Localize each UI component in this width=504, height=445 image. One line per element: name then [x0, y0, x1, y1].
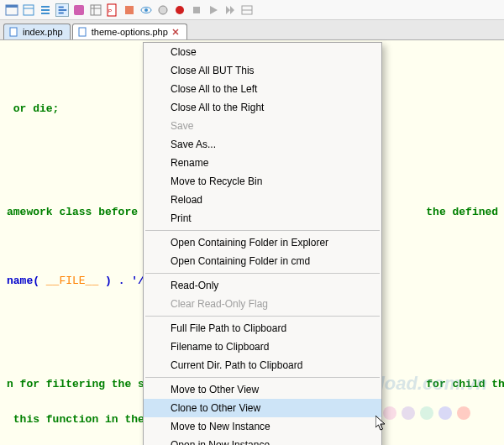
code-text: for child themes to ove: [419, 378, 504, 390]
svg-point-19: [159, 6, 167, 14]
menu-rename[interactable]: Rename: [144, 154, 381, 172]
menu-separator: [145, 377, 380, 378]
menu-close-all-but-this[interactable]: Close All BUT This: [144, 61, 381, 80]
menu-print[interactable]: Print: [144, 209, 381, 228]
menu-move-new-instance[interactable]: Move to New Instance: [144, 417, 381, 436]
toolbar-icon[interactable]: [22, 3, 35, 17]
tab-label: theme-options.php: [92, 27, 168, 37]
forward-icon[interactable]: [223, 3, 237, 17]
toolbar-icon[interactable]: [55, 3, 69, 17]
dot-icon: [438, 406, 452, 420]
tab-label: index.php: [23, 27, 63, 37]
file-icon: [78, 27, 88, 37]
tab-index[interactable]: index.php: [3, 24, 71, 39]
menu-close-all-right[interactable]: Close All to the Right: [144, 98, 381, 117]
context-menu: Close Close All BUT This Close All to th…: [143, 42, 382, 445]
code-text: this function in the: [7, 413, 151, 426]
dot-icon: [420, 406, 433, 420]
toolbar-icon[interactable]: [123, 3, 136, 17]
file-icon: [9, 27, 19, 37]
menu-close[interactable]: Close: [144, 43, 381, 61]
code-text: name(: [7, 275, 46, 287]
toolbar-icon[interactable]: [156, 3, 170, 17]
menu-clone-other-view[interactable]: Clone to Other View: [144, 399, 381, 417]
toolbar-icon[interactable]: [5, 3, 18, 17]
menu-open-new-instance[interactable]: Open in New Instance: [144, 436, 381, 445]
menu-open-folder-cmd[interactable]: Open Containing Folder in cmd: [144, 252, 381, 270]
svg-rect-10: [74, 5, 84, 15]
record-icon[interactable]: [173, 3, 186, 17]
svg-rect-2: [24, 5, 34, 15]
svg-rect-24: [10, 28, 17, 36]
menu-separator: [145, 230, 380, 231]
toolbar: P: [0, 0, 504, 20]
svg-rect-16: [125, 6, 134, 14]
toolbar-icon[interactable]: [72, 3, 86, 17]
menu-move-other-view[interactable]: Move to Other View: [144, 380, 381, 399]
menu-open-folder-explorer[interactable]: Open Containing Folder in Explorer: [144, 233, 381, 252]
menu-save: Save: [144, 117, 381, 135]
tab-theme-options[interactable]: theme-options.php: [72, 24, 187, 39]
dot-icon: [402, 406, 415, 420]
code-text: n for filtering the s: [7, 378, 144, 390]
dot-icon: [383, 406, 396, 420]
svg-rect-21: [193, 7, 200, 13]
svg-rect-1: [6, 5, 18, 8]
toolbar-icon[interactable]: [89, 3, 102, 17]
svg-point-20: [176, 6, 184, 14]
menu-recycle[interactable]: Move to Recycle Bin: [144, 172, 381, 191]
toolbar-icon[interactable]: [240, 3, 254, 17]
menu-separator: [145, 273, 380, 274]
stop-icon[interactable]: [190, 3, 203, 17]
menu-clear-read-only: Clear Read-Only Flag: [144, 295, 381, 313]
svg-rect-25: [79, 28, 86, 36]
menu-close-all-left[interactable]: Close All to the Left: [144, 80, 381, 98]
code-text: ) . '/: [98, 275, 144, 287]
menu-dir-path-clipboard[interactable]: Current Dir. Path to Clipboard: [144, 356, 381, 374]
close-icon[interactable]: [171, 28, 180, 36]
svg-rect-11: [91, 5, 101, 15]
menu-reload[interactable]: Reload: [144, 191, 381, 209]
dot-icon: [457, 406, 470, 420]
tab-bar: index.php theme-options.php: [0, 20, 504, 40]
menu-read-only[interactable]: Read-Only: [144, 276, 381, 295]
svg-point-18: [144, 8, 148, 12]
menu-filename-clipboard[interactable]: Filename to Clipboard: [144, 338, 381, 356]
menu-full-path-clipboard[interactable]: Full File Path to Clipboard: [144, 319, 381, 338]
menu-separator: [145, 316, 380, 317]
code-text: the defined urls and di: [419, 206, 504, 218]
svg-text:P: P: [108, 8, 112, 13]
eye-icon[interactable]: [139, 3, 153, 17]
play-icon[interactable]: [207, 3, 220, 17]
toolbar-icon[interactable]: [39, 3, 52, 17]
code-text: amework class before: [7, 206, 144, 218]
code-text: __FILE__: [46, 275, 98, 287]
code-text: or die;: [7, 102, 59, 115]
pdf-icon[interactable]: P: [106, 3, 119, 17]
menu-save-as[interactable]: Save As...: [144, 135, 381, 154]
